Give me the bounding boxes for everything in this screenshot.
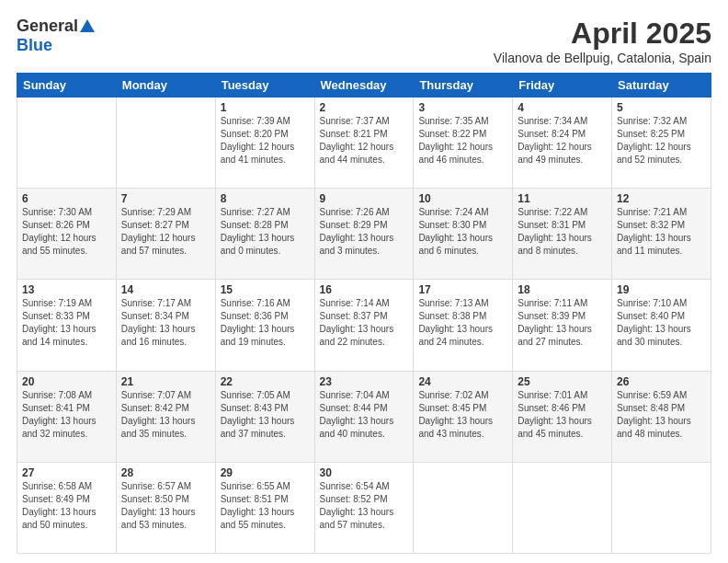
calendar-cell: 27Sunrise: 6:58 AM Sunset: 8:49 PM Dayli… [17, 462, 117, 553]
day-number: 14 [121, 283, 210, 296]
day-info: Sunrise: 7:02 AM Sunset: 8:45 PM Dayligh… [418, 390, 493, 439]
day-number: 4 [518, 101, 607, 114]
day-info: Sunrise: 7:16 AM Sunset: 8:36 PM Dayligh… [221, 298, 295, 347]
main-title: April 2025 [494, 17, 711, 51]
day-number: 3 [418, 101, 507, 114]
logo-blue-text: Blue [17, 36, 52, 55]
day-number: 20 [22, 375, 111, 388]
day-number: 1 [221, 101, 310, 114]
day-info: Sunrise: 7:24 AM Sunset: 8:30 PM Dayligh… [418, 207, 493, 256]
calendar-cell [116, 98, 215, 189]
calendar-cell [414, 462, 513, 553]
day-number: 13 [22, 283, 111, 296]
day-number: 29 [221, 466, 310, 479]
day-info: Sunrise: 7:34 AM Sunset: 8:24 PM Dayligh… [518, 116, 592, 165]
header-cell-saturday: Saturday [612, 74, 711, 98]
calendar-cell: 7Sunrise: 7:29 AM Sunset: 8:27 PM Daylig… [116, 189, 215, 280]
calendar-cell: 29Sunrise: 6:55 AM Sunset: 8:51 PM Dayli… [215, 462, 314, 553]
logo-general-text: General [17, 17, 78, 36]
day-number: 26 [617, 375, 706, 388]
day-info: Sunrise: 7:13 AM Sunset: 8:38 PM Dayligh… [418, 298, 493, 347]
day-number: 19 [617, 283, 706, 296]
calendar-cell: 28Sunrise: 6:57 AM Sunset: 8:50 PM Dayli… [116, 462, 215, 553]
day-number: 9 [320, 192, 409, 205]
day-number: 25 [518, 375, 607, 388]
header-row: SundayMondayTuesdayWednesdayThursdayFrid… [17, 74, 711, 98]
calendar-cell [513, 462, 612, 553]
day-number: 18 [518, 283, 607, 296]
calendar-cell: 12Sunrise: 7:21 AM Sunset: 8:32 PM Dayli… [612, 189, 711, 280]
calendar-cell: 6Sunrise: 7:30 AM Sunset: 8:26 PM Daylig… [17, 189, 117, 280]
day-info: Sunrise: 7:17 AM Sunset: 8:34 PM Dayligh… [121, 298, 196, 347]
header-cell-sunday: Sunday [17, 74, 117, 98]
title-area: April 2025 Vilanova de Bellpuig, Catalon… [494, 17, 711, 65]
day-info: Sunrise: 7:39 AM Sunset: 8:20 PM Dayligh… [221, 116, 295, 165]
calendar-cell: 18Sunrise: 7:11 AM Sunset: 8:39 PM Dayli… [513, 280, 612, 371]
day-info: Sunrise: 7:04 AM Sunset: 8:44 PM Dayligh… [320, 390, 394, 439]
day-number: 5 [617, 101, 706, 114]
day-info: Sunrise: 7:10 AM Sunset: 8:40 PM Dayligh… [617, 298, 691, 347]
day-info: Sunrise: 6:58 AM Sunset: 8:49 PM Dayligh… [22, 481, 97, 530]
header-cell-tuesday: Tuesday [215, 74, 314, 98]
calendar-cell: 24Sunrise: 7:02 AM Sunset: 8:45 PM Dayli… [414, 371, 513, 462]
header-cell-thursday: Thursday [414, 74, 513, 98]
week-row-4: 20Sunrise: 7:08 AM Sunset: 8:41 PM Dayli… [17, 371, 711, 462]
day-info: Sunrise: 6:55 AM Sunset: 8:51 PM Dayligh… [221, 481, 295, 530]
day-info: Sunrise: 7:11 AM Sunset: 8:39 PM Dayligh… [518, 298, 592, 347]
day-number: 12 [617, 192, 706, 205]
header-cell-wednesday: Wednesday [314, 74, 414, 98]
day-info: Sunrise: 7:07 AM Sunset: 8:42 PM Dayligh… [121, 390, 196, 439]
day-number: 24 [418, 375, 507, 388]
week-row-2: 6Sunrise: 7:30 AM Sunset: 8:26 PM Daylig… [17, 189, 711, 280]
day-info: Sunrise: 7:27 AM Sunset: 8:28 PM Dayligh… [221, 207, 295, 256]
calendar-cell: 19Sunrise: 7:10 AM Sunset: 8:40 PM Dayli… [612, 280, 711, 371]
day-number: 21 [121, 375, 210, 388]
header-cell-monday: Monday [116, 74, 215, 98]
week-row-1: 1Sunrise: 7:39 AM Sunset: 8:20 PM Daylig… [17, 98, 711, 189]
day-number: 11 [518, 192, 607, 205]
day-info: Sunrise: 7:01 AM Sunset: 8:46 PM Dayligh… [518, 390, 592, 439]
calendar-cell: 16Sunrise: 7:14 AM Sunset: 8:37 PM Dayli… [314, 280, 414, 371]
day-info: Sunrise: 7:14 AM Sunset: 8:37 PM Dayligh… [320, 298, 394, 347]
day-number: 7 [121, 192, 210, 205]
logo: General Blue [17, 17, 95, 55]
week-row-5: 27Sunrise: 6:58 AM Sunset: 8:49 PM Dayli… [17, 462, 711, 553]
calendar-cell: 3Sunrise: 7:35 AM Sunset: 8:22 PM Daylig… [414, 98, 513, 189]
day-info: Sunrise: 7:19 AM Sunset: 8:33 PM Dayligh… [22, 298, 97, 347]
calendar-cell: 23Sunrise: 7:04 AM Sunset: 8:44 PM Dayli… [314, 371, 414, 462]
day-number: 23 [320, 375, 409, 388]
calendar-cell: 2Sunrise: 7:37 AM Sunset: 8:21 PM Daylig… [314, 98, 414, 189]
calendar-cell: 11Sunrise: 7:22 AM Sunset: 8:31 PM Dayli… [513, 189, 612, 280]
calendar-cell: 30Sunrise: 6:54 AM Sunset: 8:52 PM Dayli… [314, 462, 414, 553]
day-info: Sunrise: 7:08 AM Sunset: 8:41 PM Dayligh… [22, 390, 97, 439]
calendar-cell: 13Sunrise: 7:19 AM Sunset: 8:33 PM Dayli… [17, 280, 117, 371]
week-row-3: 13Sunrise: 7:19 AM Sunset: 8:33 PM Dayli… [17, 280, 711, 371]
day-info: Sunrise: 7:30 AM Sunset: 8:26 PM Dayligh… [22, 207, 97, 256]
day-number: 15 [221, 283, 310, 296]
calendar-table: SundayMondayTuesdayWednesdayThursdayFrid… [17, 73, 711, 554]
day-number: 27 [22, 466, 111, 479]
calendar-cell [17, 98, 117, 189]
day-info: Sunrise: 6:59 AM Sunset: 8:48 PM Dayligh… [617, 390, 691, 439]
calendar-cell: 1Sunrise: 7:39 AM Sunset: 8:20 PM Daylig… [215, 98, 314, 189]
day-info: Sunrise: 7:26 AM Sunset: 8:29 PM Dayligh… [320, 207, 394, 256]
day-number: 16 [320, 283, 409, 296]
day-number: 10 [418, 192, 507, 205]
calendar-cell [612, 462, 711, 553]
day-info: Sunrise: 7:05 AM Sunset: 8:43 PM Dayligh… [221, 390, 295, 439]
logo-triangle-icon [80, 19, 95, 32]
calendar-cell: 8Sunrise: 7:27 AM Sunset: 8:28 PM Daylig… [215, 189, 314, 280]
subtitle: Vilanova de Bellpuig, Catalonia, Spain [494, 51, 711, 65]
day-info: Sunrise: 7:21 AM Sunset: 8:32 PM Dayligh… [617, 207, 691, 256]
day-info: Sunrise: 7:37 AM Sunset: 8:21 PM Dayligh… [320, 116, 394, 165]
day-number: 22 [221, 375, 310, 388]
calendar-cell: 17Sunrise: 7:13 AM Sunset: 8:38 PM Dayli… [414, 280, 513, 371]
calendar-cell: 4Sunrise: 7:34 AM Sunset: 8:24 PM Daylig… [513, 98, 612, 189]
calendar-cell: 5Sunrise: 7:32 AM Sunset: 8:25 PM Daylig… [612, 98, 711, 189]
day-number: 6 [22, 192, 111, 205]
calendar-cell: 26Sunrise: 6:59 AM Sunset: 8:48 PM Dayli… [612, 371, 711, 462]
day-info: Sunrise: 7:35 AM Sunset: 8:22 PM Dayligh… [418, 116, 493, 165]
calendar-cell: 20Sunrise: 7:08 AM Sunset: 8:41 PM Dayli… [17, 371, 117, 462]
day-number: 17 [418, 283, 507, 296]
day-number: 8 [221, 192, 310, 205]
